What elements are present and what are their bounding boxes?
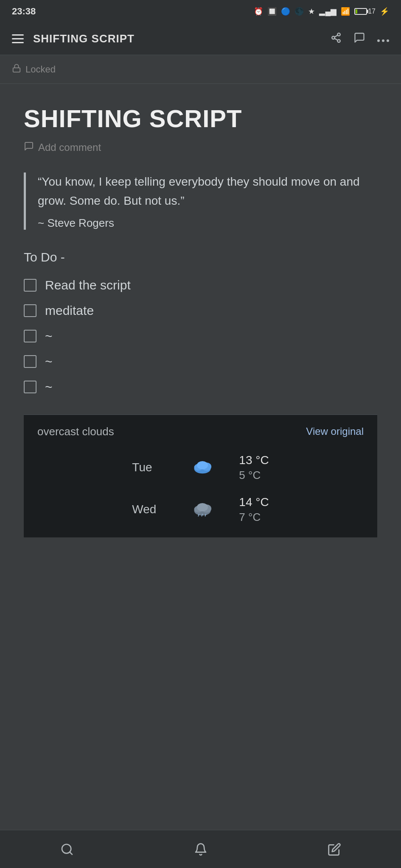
forecast-icon-wed: [191, 500, 213, 519]
app-icon-1: 🔲: [267, 7, 277, 16]
svg-point-12: [197, 461, 208, 470]
todo-checkbox-2[interactable]: [24, 330, 36, 342]
status-bar: 23:38 ⏰ 🔲 🔵 🌑 ★ ▂▄▆ 📶 17 ⚡: [0, 0, 401, 23]
share-button[interactable]: [331, 32, 342, 46]
bottom-nav: [0, 830, 401, 868]
todo-item-2: ~: [24, 329, 377, 343]
blockquote-text: “You know, I keep telling everybody they…: [38, 172, 377, 211]
comment-button[interactable]: [353, 32, 365, 46]
weather-status: overcast clouds: [37, 425, 114, 438]
todo-item-1: meditate: [24, 303, 377, 318]
top-nav: SHIFTING SCRIPT: [0, 23, 401, 55]
battery-percent: 17: [368, 8, 376, 15]
todo-heading: To Do -: [24, 250, 377, 264]
forecast-temps-wed: 14 °C 7 °C: [239, 495, 269, 524]
battery-fill: [356, 9, 357, 14]
battery-icon: [354, 8, 367, 15]
hamburger-line-3: [12, 42, 24, 43]
todo-label-3: ~: [45, 354, 53, 369]
svg-rect-8: [13, 68, 20, 72]
add-comment-icon: [24, 141, 34, 154]
locked-bar: Locked: [0, 55, 401, 84]
todo-label-2: ~: [45, 329, 53, 343]
main-content: SHIFTING SCRIPT Add comment “You know, I…: [0, 84, 401, 551]
todo-item-3: ~: [24, 354, 377, 369]
forecast-low-tue: 5 °C: [239, 469, 269, 482]
add-comment-label: Add comment: [38, 142, 101, 153]
blockquote-author: ~ Steve Rogers: [38, 217, 377, 230]
search-nav-button[interactable]: [60, 843, 74, 856]
battery-indicator: 17: [354, 8, 376, 15]
status-icons: ⏰ 🔲 🔵 🌑 ★ ▂▄▆ 📶 17 ⚡: [254, 7, 389, 16]
blockquote: “You know, I keep telling everybody they…: [24, 172, 377, 230]
forecast-row-tue: Tue 13 °C 5 °C: [37, 453, 364, 482]
nav-actions: [331, 32, 389, 46]
forecast-high-wed: 14 °C: [239, 495, 269, 509]
app-icon-3: 🌑: [294, 7, 304, 16]
more-button[interactable]: [377, 33, 389, 45]
todo-item-0: Read the script: [24, 278, 377, 292]
todo-label-4: ~: [45, 380, 53, 394]
svg-point-7: [387, 39, 389, 42]
hamburger-line-1: [12, 34, 24, 36]
app-icon-2: 🔵: [281, 7, 290, 16]
status-time: 23:38: [12, 6, 36, 17]
todo-item-4: ~: [24, 380, 377, 394]
todo-checkbox-4[interactable]: [24, 381, 36, 393]
todo-checkbox-3[interactable]: [24, 355, 36, 368]
todo-label-1: meditate: [45, 303, 94, 318]
forecast-high-tue: 13 °C: [239, 453, 269, 467]
svg-point-5: [377, 39, 380, 42]
weather-forecast: Tue 13 °C 5 °C Wed: [37, 453, 364, 524]
top-nav-left: SHIFTING SCRIPT: [12, 32, 135, 45]
forecast-temps-tue: 13 °C 5 °C: [239, 453, 269, 482]
svg-line-4: [334, 35, 337, 37]
locked-label: Locked: [25, 64, 56, 75]
page-title: SHIFTING SCRIPT: [24, 104, 377, 133]
compose-nav-button[interactable]: [328, 843, 341, 856]
todo-checkbox-0[interactable]: [24, 279, 36, 292]
notifications-nav-button[interactable]: [194, 843, 208, 856]
svg-line-21: [70, 852, 72, 854]
todo-label-0: Read the script: [45, 278, 131, 292]
wifi-icon: 📶: [341, 7, 350, 16]
todo-checkbox-1[interactable]: [24, 304, 36, 317]
nav-title: SHIFTING SCRIPT: [33, 32, 135, 45]
signal-icon: ▂▄▆: [319, 7, 337, 16]
lock-icon: [12, 64, 21, 75]
add-comment-button[interactable]: Add comment: [24, 141, 377, 154]
hamburger-line-2: [12, 38, 24, 39]
todo-list: Read the script meditate ~ ~ ~: [24, 278, 377, 394]
svg-point-16: [197, 503, 208, 512]
forecast-day-wed: Wed: [132, 503, 166, 516]
view-original-button[interactable]: View original: [306, 426, 364, 437]
alarm-icon: ⏰: [254, 7, 263, 16]
bluetooth-icon: ★: [308, 7, 315, 16]
forecast-icon-tue: [191, 458, 213, 477]
hamburger-menu[interactable]: [12, 34, 24, 43]
svg-point-6: [382, 39, 384, 42]
forecast-row-wed: Wed 14 °C 7 °C: [37, 495, 364, 524]
lightning-icon: ⚡: [380, 7, 389, 16]
forecast-low-wed: 7 °C: [239, 511, 269, 524]
weather-top: overcast clouds View original: [37, 425, 364, 438]
weather-widget: overcast clouds View original Tue 13 °C: [24, 415, 377, 537]
forecast-day-tue: Tue: [132, 461, 166, 474]
svg-line-3: [334, 38, 337, 40]
